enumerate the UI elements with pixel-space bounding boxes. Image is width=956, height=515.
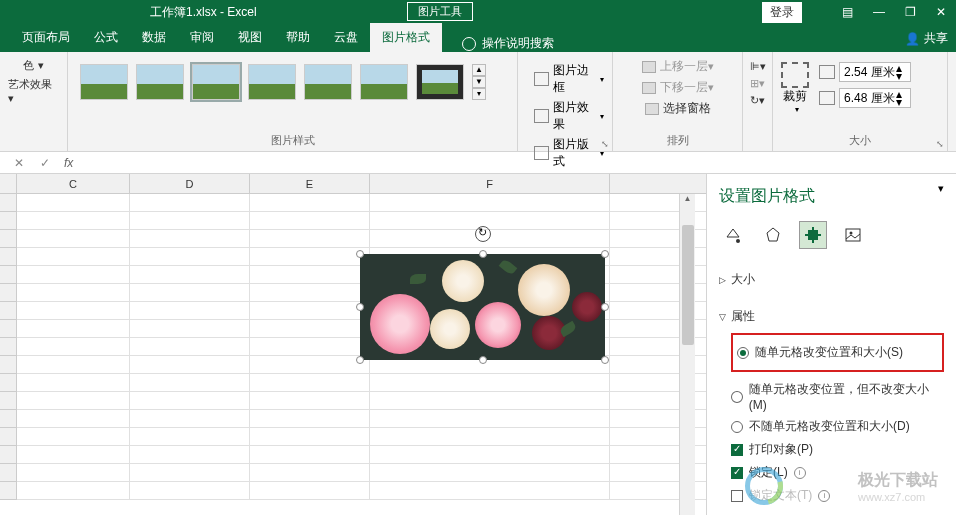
ribbon-display-options-icon[interactable]: ▤ bbox=[832, 1, 863, 23]
resize-handle-b[interactable] bbox=[479, 356, 487, 364]
picture-style-1[interactable] bbox=[80, 64, 128, 100]
selection-pane-icon bbox=[645, 103, 659, 115]
styles-launcher-icon[interactable]: ⤡ bbox=[601, 139, 609, 149]
size-launcher-icon[interactable]: ⤡ bbox=[936, 139, 944, 149]
svg-rect-3 bbox=[846, 229, 860, 241]
size-group-label: 大小 bbox=[773, 133, 947, 148]
resize-handle-r[interactable] bbox=[601, 303, 609, 311]
inserted-picture[interactable] bbox=[360, 254, 605, 360]
picture-layout-button[interactable]: 图片版式▾ bbox=[534, 136, 604, 170]
bulb-icon bbox=[462, 37, 476, 51]
radio-icon bbox=[731, 421, 743, 433]
close-icon[interactable]: ✕ bbox=[926, 1, 956, 23]
width-icon bbox=[819, 91, 835, 105]
tab-cloud[interactable]: 云盘 bbox=[322, 23, 370, 52]
send-backward-icon bbox=[642, 82, 656, 94]
scroll-up-icon[interactable]: ▲ bbox=[680, 194, 695, 209]
tab-pagelayout[interactable]: 页面布局 bbox=[10, 23, 82, 52]
effects-tab-icon[interactable] bbox=[759, 221, 787, 249]
styles-expand[interactable]: ▾ bbox=[472, 88, 486, 100]
artistic-effects-button[interactable]: 艺术效果 ▾ bbox=[8, 75, 59, 107]
resize-handle-tl[interactable] bbox=[356, 250, 364, 258]
crop-button[interactable]: 裁剪 ▾ bbox=[781, 62, 809, 114]
tab-data[interactable]: 数据 bbox=[130, 23, 178, 52]
resize-handle-t[interactable] bbox=[479, 250, 487, 258]
radio-no-move-no-size[interactable]: 不随单元格改变位置和大小(D) bbox=[731, 415, 944, 438]
tab-picture-format[interactable]: 图片格式 bbox=[370, 23, 442, 52]
border-icon bbox=[534, 72, 549, 86]
height-input[interactable]: 2.54 厘米▴▾ bbox=[839, 62, 911, 82]
title-bar: 工作簿1.xlsx - Excel 图片工具 登录 ▤ — ❐ ✕ bbox=[0, 0, 956, 24]
rotate-handle[interactable] bbox=[475, 226, 491, 242]
picture-style-3[interactable] bbox=[192, 64, 240, 100]
picture-style-6[interactable] bbox=[360, 64, 408, 100]
arrange-group-label: 排列 bbox=[613, 133, 742, 148]
select-all-corner[interactable] bbox=[0, 174, 17, 193]
selection-pane-button[interactable]: 选择窗格 bbox=[645, 98, 711, 119]
width-input-row: 6.48 厘米▴▾ bbox=[819, 88, 911, 108]
tell-me-search[interactable]: 操作说明搜索 bbox=[462, 35, 554, 52]
login-button[interactable]: 登录 bbox=[762, 2, 802, 23]
fill-tab-icon[interactable] bbox=[719, 221, 747, 249]
bring-forward-icon bbox=[642, 61, 656, 73]
align-button[interactable]: ⊫▾ bbox=[750, 58, 766, 75]
pane-options-icon[interactable]: ▾ bbox=[938, 182, 944, 195]
info-icon[interactable]: i bbox=[794, 467, 806, 479]
styles-scroll-up[interactable]: ▲ bbox=[472, 64, 486, 76]
watermark-logo-icon bbox=[745, 467, 783, 505]
radio-icon bbox=[731, 391, 743, 403]
arrange-group: 上移一层 ▾ 下移一层 ▾ 选择窗格 排列 bbox=[613, 52, 743, 151]
restore-icon[interactable]: ❐ bbox=[895, 1, 926, 23]
tab-view[interactable]: 视图 bbox=[226, 23, 274, 52]
checkbox-print[interactable]: 打印对象(P) bbox=[731, 438, 944, 461]
tab-review[interactable]: 审阅 bbox=[178, 23, 226, 52]
picture-effects-button[interactable]: 图片效果▾ bbox=[534, 99, 604, 133]
pane-title: 设置图片格式 bbox=[719, 182, 944, 217]
crop-icon bbox=[781, 62, 809, 88]
vertical-scrollbar[interactable]: ▲ bbox=[679, 194, 695, 515]
resize-handle-bl[interactable] bbox=[356, 356, 364, 364]
size-properties-tab-icon[interactable] bbox=[799, 221, 827, 249]
checkbox-icon bbox=[731, 467, 743, 479]
resize-handle-br[interactable] bbox=[601, 356, 609, 364]
checkbox-icon bbox=[731, 444, 743, 456]
picture-border-button[interactable]: 图片边框▾ bbox=[534, 62, 604, 96]
picture-style-5[interactable] bbox=[304, 64, 352, 100]
tab-formulas[interactable]: 公式 bbox=[82, 23, 130, 52]
column-header-c[interactable]: C bbox=[17, 174, 130, 193]
column-header-d[interactable]: D bbox=[130, 174, 250, 193]
resize-handle-l[interactable] bbox=[356, 303, 364, 311]
column-header-e[interactable]: E bbox=[250, 174, 370, 193]
arrange-extra: ⊫▾ ⊞▾ ↻▾ bbox=[743, 52, 773, 151]
fx-icon[interactable]: fx bbox=[58, 156, 79, 170]
formula-bar: ✕ ✓ fx bbox=[0, 152, 956, 174]
scroll-thumb[interactable] bbox=[682, 225, 694, 345]
tab-help[interactable]: 帮助 bbox=[274, 23, 322, 52]
size-section-header[interactable]: ▷大小 bbox=[719, 267, 944, 292]
effects-icon bbox=[534, 109, 549, 123]
picture-style-2[interactable] bbox=[136, 64, 184, 100]
ribbon-tabs: 页面布局 公式 数据 审阅 视图 帮助 云盘 图片格式 操作说明搜索 👤 共享 bbox=[0, 24, 956, 52]
size-section: ▷大小 bbox=[719, 261, 944, 298]
send-backward-button: 下移一层 ▾ bbox=[642, 77, 714, 98]
picture-options-group: 图片边框▾ 图片效果▾ 图片版式▾ ⤡ bbox=[518, 52, 613, 151]
rotate-button[interactable]: ↻▾ bbox=[750, 92, 765, 109]
styles-scroll-down[interactable]: ▼ bbox=[472, 76, 486, 88]
properties-section-header[interactable]: ▽属性 bbox=[719, 304, 944, 329]
watermark-name: 极光下载站 bbox=[858, 470, 938, 491]
width-input[interactable]: 6.48 厘米▴▾ bbox=[839, 88, 911, 108]
radio-move-and-size[interactable]: 随单元格改变位置和大小(S) bbox=[737, 341, 938, 364]
picture-tab-icon[interactable] bbox=[839, 221, 867, 249]
watermark: 极光下载站 www.xz7.com bbox=[858, 470, 938, 503]
color-button[interactable]: 色 ▾ bbox=[23, 56, 43, 75]
resize-handle-tr[interactable] bbox=[601, 250, 609, 258]
format-category-tabs bbox=[719, 217, 944, 261]
column-header-f[interactable]: F bbox=[370, 174, 610, 193]
picture-style-4[interactable] bbox=[248, 64, 296, 100]
minimize-icon[interactable]: — bbox=[863, 1, 895, 23]
share-button[interactable]: 👤 共享 bbox=[905, 30, 948, 47]
picture-style-7[interactable] bbox=[416, 64, 464, 100]
height-icon bbox=[819, 65, 835, 79]
radio-move-no-size[interactable]: 随单元格改变位置，但不改变大小(M) bbox=[731, 378, 944, 415]
height-input-row: 2.54 厘米▴▾ bbox=[819, 62, 911, 82]
